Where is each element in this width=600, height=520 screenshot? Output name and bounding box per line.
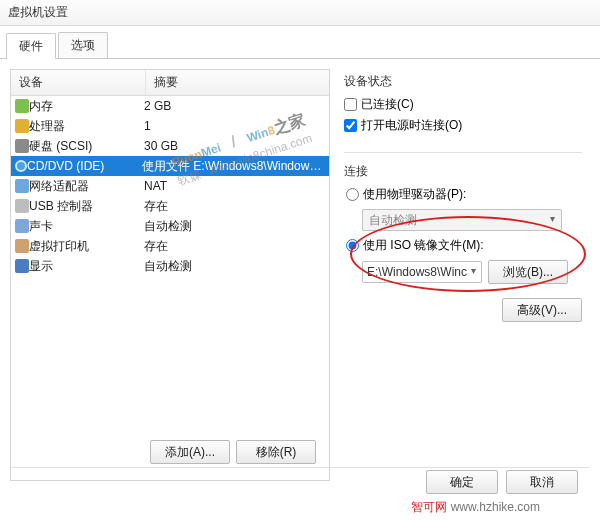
ok-button[interactable]: 确定 <box>426 470 498 494</box>
watermark-footer: 智可网 www.hzhike.com <box>411 499 540 516</box>
tab-strip: 硬件 选项 <box>0 26 600 59</box>
add-device-button[interactable]: 添加(A)... <box>150 440 230 464</box>
device-icon <box>15 199 29 213</box>
device-row[interactable]: 虚拟打印机存在 <box>11 236 329 256</box>
device-name: 硬盘 (SCSI) <box>29 138 144 155</box>
poweron-checkbox[interactable] <box>344 119 357 132</box>
poweron-label: 打开电源时连接(O) <box>361 117 462 134</box>
connected-checkbox-row[interactable]: 已连接(C) <box>344 96 582 113</box>
use-physical-row[interactable]: 使用物理驱动器(P): <box>344 186 582 203</box>
connection-group: 连接 使用物理驱动器(P): 自动检测 使用 ISO 镜像文件(M): E:\W… <box>344 163 582 322</box>
device-table-header: 设备 摘要 <box>11 70 329 96</box>
use-iso-row[interactable]: 使用 ISO 镜像文件(M): <box>344 237 582 254</box>
advanced-button[interactable]: 高级(V)... <box>502 298 582 322</box>
device-row[interactable]: CD/DVD (IDE)使用文件 E:\Windows8\Windows8... <box>11 156 329 176</box>
settings-panel: 设备状态 已连接(C) 打开电源时连接(O) 连接 使用物理驱动器(P): 自动… <box>330 69 590 481</box>
device-icon <box>15 99 29 113</box>
device-table-body: 内存2 GB处理器1硬盘 (SCSI)30 GBCD/DVD (IDE)使用文件… <box>11 96 329 480</box>
divider <box>344 152 582 153</box>
device-summary: 存在 <box>144 238 325 255</box>
remove-device-button[interactable]: 移除(R) <box>236 440 316 464</box>
device-name: 虚拟打印机 <box>29 238 144 255</box>
device-name: 声卡 <box>29 218 144 235</box>
device-name: USB 控制器 <box>29 198 144 215</box>
device-icon <box>15 259 29 273</box>
device-summary: 1 <box>144 119 325 133</box>
device-name: 网络适配器 <box>29 178 144 195</box>
device-row[interactable]: 声卡自动检测 <box>11 216 329 236</box>
use-physical-label: 使用物理驱动器(P): <box>363 186 466 203</box>
connected-checkbox[interactable] <box>344 98 357 111</box>
physical-drive-combo[interactable]: 自动检测 <box>362 209 562 231</box>
device-icon <box>15 119 29 133</box>
tab-hardware[interactable]: 硬件 <box>6 33 56 59</box>
device-summary: 使用文件 E:\Windows8\Windows8... <box>142 158 325 175</box>
tab-options[interactable]: 选项 <box>58 32 108 58</box>
device-row[interactable]: 内存2 GB <box>11 96 329 116</box>
device-icon <box>15 160 27 172</box>
device-name: 内存 <box>29 98 144 115</box>
iso-path-value: E:\Windows8\Winc <box>367 265 467 279</box>
connected-label: 已连接(C) <box>361 96 414 113</box>
use-iso-radio[interactable] <box>346 239 359 252</box>
connection-title: 连接 <box>344 163 582 180</box>
window-title: 虚拟机设置 <box>8 4 592 21</box>
iso-path-input[interactable]: E:\Windows8\Winc <box>362 261 482 283</box>
col-device: 设备 <box>11 70 146 95</box>
col-summary: 摘要 <box>146 70 329 95</box>
device-icon <box>15 239 29 253</box>
device-summary: 自动检测 <box>144 218 325 235</box>
content-area: 设备 摘要 内存2 GB处理器1硬盘 (SCSI)30 GBCD/DVD (ID… <box>0 59 600 485</box>
device-name: 显示 <box>29 258 144 275</box>
device-row[interactable]: 网络适配器NAT <box>11 176 329 196</box>
device-panel: 设备 摘要 内存2 GB处理器1硬盘 (SCSI)30 GBCD/DVD (ID… <box>10 69 330 481</box>
device-row[interactable]: 显示自动检测 <box>11 256 329 276</box>
use-physical-radio[interactable] <box>346 188 359 201</box>
device-icon <box>15 139 29 153</box>
dialog-buttons: 确定 取消 <box>426 470 578 494</box>
device-row[interactable]: USB 控制器存在 <box>11 196 329 216</box>
device-name: 处理器 <box>29 118 144 135</box>
browse-button[interactable]: 浏览(B)... <box>488 260 568 284</box>
use-iso-label: 使用 ISO 镜像文件(M): <box>363 237 484 254</box>
poweron-checkbox-row[interactable]: 打开电源时连接(O) <box>344 117 582 134</box>
window-titlebar: 虚拟机设置 <box>0 0 600 26</box>
device-status-group: 设备状态 已连接(C) 打开电源时连接(O) <box>344 73 582 146</box>
device-row[interactable]: 硬盘 (SCSI)30 GB <box>11 136 329 156</box>
cancel-button[interactable]: 取消 <box>506 470 578 494</box>
bottom-divider <box>10 467 590 468</box>
device-summary: NAT <box>144 179 325 193</box>
device-summary: 30 GB <box>144 139 325 153</box>
device-icon <box>15 219 29 233</box>
device-icon <box>15 179 29 193</box>
device-row[interactable]: 处理器1 <box>11 116 329 136</box>
device-summary: 存在 <box>144 198 325 215</box>
device-name: CD/DVD (IDE) <box>27 159 142 173</box>
device-buttons: 添加(A)... 移除(R) <box>150 434 320 464</box>
device-status-title: 设备状态 <box>344 73 582 90</box>
device-summary: 自动检测 <box>144 258 325 275</box>
device-summary: 2 GB <box>144 99 325 113</box>
